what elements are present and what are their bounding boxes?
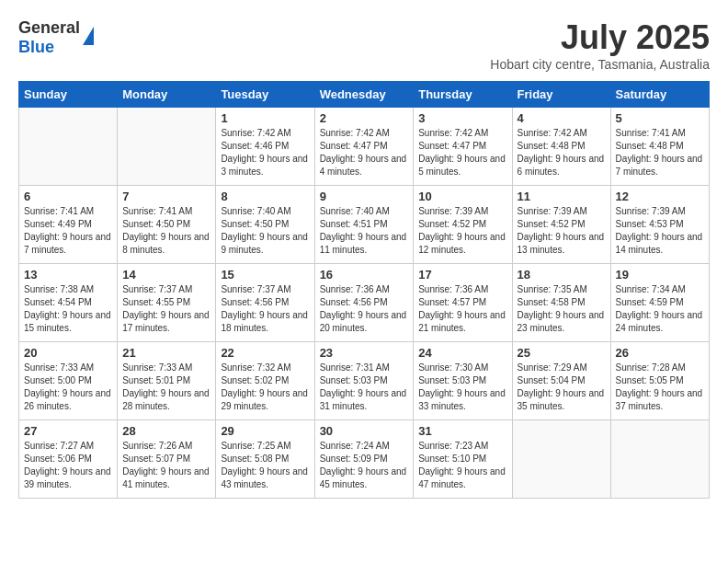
day-number: 22 <box>221 346 309 360</box>
day-info: Sunrise: 7:23 AMSunset: 5:10 PMDaylight:… <box>418 440 506 491</box>
logo: General Blue <box>18 18 94 57</box>
day-number: 8 <box>221 190 309 203</box>
day-info: Sunrise: 7:31 AMSunset: 5:03 PMDaylight:… <box>320 362 409 413</box>
calendar-cell: 18Sunrise: 7:35 AMSunset: 4:58 PMDayligh… <box>512 264 610 342</box>
day-number: 26 <box>616 346 704 360</box>
day-number: 23 <box>320 346 409 360</box>
calendar-cell: 16Sunrise: 7:36 AMSunset: 4:56 PMDayligh… <box>314 264 414 342</box>
day-info: Sunrise: 7:38 AMSunset: 4:54 PMDaylight:… <box>24 283 112 335</box>
day-info: Sunrise: 7:36 AMSunset: 4:57 PMDaylight:… <box>418 283 506 335</box>
day-info: Sunrise: 7:42 AMSunset: 4:47 PMDaylight:… <box>418 127 506 178</box>
calendar-cell: 15Sunrise: 7:37 AMSunset: 4:56 PMDayligh… <box>216 264 314 342</box>
calendar-cell: 21Sunrise: 7:33 AMSunset: 5:01 PMDayligh… <box>118 342 216 420</box>
calendar-cell: 5Sunrise: 7:41 AMSunset: 4:48 PMDaylight… <box>610 108 709 186</box>
calendar-cell: 14Sunrise: 7:37 AMSunset: 4:55 PMDayligh… <box>118 264 216 342</box>
calendar-cell: 7Sunrise: 7:41 AMSunset: 4:50 PMDaylight… <box>118 186 216 264</box>
calendar-week-4: 20Sunrise: 7:33 AMSunset: 5:00 PMDayligh… <box>19 342 710 420</box>
calendar-cell: 28Sunrise: 7:26 AMSunset: 5:07 PMDayligh… <box>118 420 216 499</box>
logo-text: General Blue <box>18 18 80 57</box>
calendar-cell: 8Sunrise: 7:40 AMSunset: 4:50 PMDaylight… <box>216 186 314 264</box>
day-number: 31 <box>418 424 506 438</box>
day-info: Sunrise: 7:24 AMSunset: 5:09 PMDaylight:… <box>320 440 409 491</box>
day-info: Sunrise: 7:40 AMSunset: 4:51 PMDaylight:… <box>320 205 409 257</box>
calendar-cell: 11Sunrise: 7:39 AMSunset: 4:52 PMDayligh… <box>512 186 610 264</box>
day-number: 4 <box>518 111 606 125</box>
calendar-week-2: 6Sunrise: 7:41 AMSunset: 4:49 PMDaylight… <box>19 186 710 264</box>
day-info: Sunrise: 7:30 AMSunset: 5:03 PMDaylight:… <box>418 362 506 413</box>
day-info: Sunrise: 7:39 AMSunset: 4:52 PMDaylight:… <box>418 205 506 257</box>
day-info: Sunrise: 7:37 AMSunset: 4:55 PMDaylight:… <box>122 283 210 335</box>
calendar-cell: 9Sunrise: 7:40 AMSunset: 4:51 PMDaylight… <box>314 186 414 264</box>
calendar-cell: 10Sunrise: 7:39 AMSunset: 4:52 PMDayligh… <box>414 186 512 264</box>
day-info: Sunrise: 7:25 AMSunset: 5:08 PMDaylight:… <box>221 440 309 491</box>
calendar-cell: 19Sunrise: 7:34 AMSunset: 4:59 PMDayligh… <box>610 264 709 342</box>
day-number: 6 <box>24 190 112 203</box>
day-header-wednesday: Wednesday <box>314 82 414 108</box>
day-info: Sunrise: 7:42 AMSunset: 4:48 PMDaylight:… <box>518 127 606 178</box>
day-header-friday: Friday <box>512 82 610 108</box>
calendar-cell: 31Sunrise: 7:23 AMSunset: 5:10 PMDayligh… <box>414 420 512 499</box>
day-header-monday: Monday <box>118 82 216 108</box>
day-info: Sunrise: 7:35 AMSunset: 4:58 PMDaylight:… <box>518 283 606 335</box>
location-title: Hobart city centre, Tasmania, Australia <box>490 57 710 72</box>
month-title: July 2025 <box>490 18 710 57</box>
day-info: Sunrise: 7:26 AMSunset: 5:07 PMDaylight:… <box>122 440 210 491</box>
day-number: 10 <box>418 190 506 203</box>
calendar-week-3: 13Sunrise: 7:38 AMSunset: 4:54 PMDayligh… <box>19 264 710 342</box>
day-number: 29 <box>221 424 309 438</box>
day-number: 12 <box>616 190 704 203</box>
day-info: Sunrise: 7:33 AMSunset: 5:01 PMDaylight:… <box>122 362 210 413</box>
day-info: Sunrise: 7:37 AMSunset: 4:56 PMDaylight:… <box>221 283 309 335</box>
logo-icon <box>83 27 94 45</box>
calendar-cell <box>512 420 610 499</box>
day-header-tuesday: Tuesday <box>216 82 314 108</box>
day-info: Sunrise: 7:42 AMSunset: 4:46 PMDaylight:… <box>221 127 309 178</box>
day-info: Sunrise: 7:41 AMSunset: 4:49 PMDaylight:… <box>24 205 112 257</box>
title-area: July 2025 Hobart city centre, Tasmania, … <box>490 18 710 72</box>
day-header-thursday: Thursday <box>414 82 512 108</box>
day-number: 25 <box>518 346 606 360</box>
day-number: 24 <box>418 346 506 360</box>
calendar-cell: 27Sunrise: 7:27 AMSunset: 5:06 PMDayligh… <box>19 420 118 499</box>
day-info: Sunrise: 7:41 AMSunset: 4:50 PMDaylight:… <box>122 205 210 257</box>
day-info: Sunrise: 7:40 AMSunset: 4:50 PMDaylight:… <box>221 205 309 257</box>
day-number: 7 <box>122 190 210 203</box>
calendar-header-row: SundayMondayTuesdayWednesdayThursdayFrid… <box>19 82 710 108</box>
day-info: Sunrise: 7:33 AMSunset: 5:00 PMDaylight:… <box>24 362 112 413</box>
calendar-week-1: 1Sunrise: 7:42 AMSunset: 4:46 PMDaylight… <box>19 108 710 186</box>
day-number: 14 <box>122 268 210 282</box>
day-number: 15 <box>221 268 309 282</box>
calendar-cell: 24Sunrise: 7:30 AMSunset: 5:03 PMDayligh… <box>414 342 512 420</box>
day-info: Sunrise: 7:36 AMSunset: 4:56 PMDaylight:… <box>320 283 409 335</box>
day-header-sunday: Sunday <box>19 82 118 108</box>
calendar-cell: 22Sunrise: 7:32 AMSunset: 5:02 PMDayligh… <box>216 342 314 420</box>
day-number: 3 <box>418 111 506 125</box>
calendar-cell: 4Sunrise: 7:42 AMSunset: 4:48 PMDaylight… <box>512 108 610 186</box>
day-number: 17 <box>418 268 506 282</box>
calendar-cell <box>19 108 118 186</box>
calendar-cell: 2Sunrise: 7:42 AMSunset: 4:47 PMDaylight… <box>314 108 414 186</box>
day-number: 2 <box>320 111 409 125</box>
page-header: General Blue July 2025 Hobart city centr… <box>18 18 710 72</box>
day-number: 27 <box>24 424 112 438</box>
calendar-cell: 25Sunrise: 7:29 AMSunset: 5:04 PMDayligh… <box>512 342 610 420</box>
calendar-cell <box>118 108 216 186</box>
day-info: Sunrise: 7:39 AMSunset: 4:52 PMDaylight:… <box>518 205 606 257</box>
calendar-cell: 3Sunrise: 7:42 AMSunset: 4:47 PMDaylight… <box>414 108 512 186</box>
calendar-week-5: 27Sunrise: 7:27 AMSunset: 5:06 PMDayligh… <box>19 420 710 499</box>
calendar-cell: 13Sunrise: 7:38 AMSunset: 4:54 PMDayligh… <box>19 264 118 342</box>
day-number: 13 <box>24 268 112 282</box>
calendar-table: SundayMondayTuesdayWednesdayThursdayFrid… <box>18 81 710 499</box>
calendar-cell: 26Sunrise: 7:28 AMSunset: 5:05 PMDayligh… <box>610 342 709 420</box>
calendar-cell: 29Sunrise: 7:25 AMSunset: 5:08 PMDayligh… <box>216 420 314 499</box>
day-number: 18 <box>518 268 606 282</box>
day-info: Sunrise: 7:29 AMSunset: 5:04 PMDaylight:… <box>518 362 606 413</box>
calendar-cell: 17Sunrise: 7:36 AMSunset: 4:57 PMDayligh… <box>414 264 512 342</box>
logo-blue: Blue <box>18 38 54 56</box>
calendar-cell: 12Sunrise: 7:39 AMSunset: 4:53 PMDayligh… <box>610 186 709 264</box>
day-info: Sunrise: 7:42 AMSunset: 4:47 PMDaylight:… <box>320 127 409 178</box>
calendar-cell: 1Sunrise: 7:42 AMSunset: 4:46 PMDaylight… <box>216 108 314 186</box>
day-number: 16 <box>320 268 409 282</box>
calendar-cell: 23Sunrise: 7:31 AMSunset: 5:03 PMDayligh… <box>314 342 414 420</box>
day-info: Sunrise: 7:32 AMSunset: 5:02 PMDaylight:… <box>221 362 309 413</box>
